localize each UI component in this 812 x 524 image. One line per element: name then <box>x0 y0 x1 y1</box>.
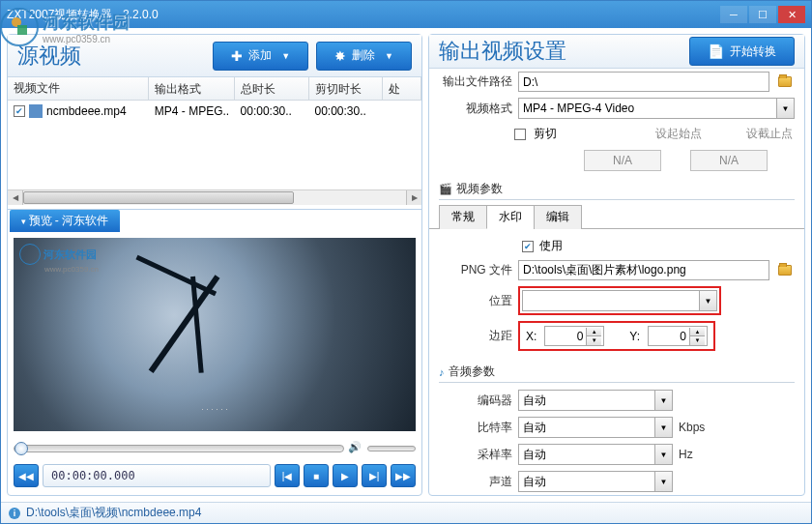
use-watermark-checkbox[interactable]: ✔ <box>522 241 534 252</box>
window-title: ZXT2007视频转换器 - 2.2.0.0 <box>7 7 720 23</box>
music-note-icon: ♪ <box>439 366 445 378</box>
video-params-label: 视频参数 <box>456 181 503 197</box>
png-file-label: PNG 文件 <box>439 262 512 278</box>
margin-label: 边距 <box>439 328 512 344</box>
row-checkbox[interactable]: ✔ <box>14 105 25 117</box>
maximize-button[interactable]: ☐ <box>749 6 776 23</box>
margin-y-spinner[interactable]: ▲▼ <box>648 326 708 346</box>
scroll-thumb[interactable] <box>23 191 294 204</box>
col-duration[interactable]: 总时长 <box>235 77 309 100</box>
position-highlight: ▼ <box>518 286 721 315</box>
plus-icon: ✚ <box>231 48 243 64</box>
info-icon: i <box>9 508 20 519</box>
channel-label: 声道 <box>439 474 512 490</box>
close-button[interactable]: ✕ <box>778 6 805 23</box>
bitrate-select[interactable]: 自动▼ <box>518 417 673 438</box>
folder-icon <box>778 76 792 87</box>
bitrate-unit: Kbps <box>679 421 708 434</box>
samplerate-label: 采样率 <box>439 447 512 463</box>
chevron-down-icon: ▼ <box>385 51 393 61</box>
png-file-input[interactable] <box>518 260 769 280</box>
trim-start-value: N/A <box>584 150 661 171</box>
scroll-right-arrow[interactable]: ▶ <box>406 190 421 205</box>
tab-watermark[interactable]: 水印 <box>486 205 535 229</box>
file-list[interactable]: ✔ ncmbdeee.mp4 MP4 - MPEG.. 00:00:30.. 0… <box>8 101 421 189</box>
next-button[interactable]: ▶| <box>362 464 387 487</box>
chevron-down-icon: ▼ <box>699 291 716 310</box>
output-title: 输出视频设置 <box>439 37 682 66</box>
file-row[interactable]: ✔ ncmbdeee.mp4 MP4 - MPEG.. 00:00:30.. 0… <box>8 101 421 122</box>
playback-time: 00:00:00.000 <box>43 464 271 487</box>
start-convert-button[interactable]: 📄 开始转换 <box>689 37 795 66</box>
param-tabs: 常规 水印 编辑 <box>429 204 804 229</box>
position-label: 位置 <box>439 293 512 309</box>
trim-end-label: 设截止点 <box>746 126 793 142</box>
encoder-label: 编码器 <box>439 393 512 409</box>
tab-general[interactable]: 常规 <box>439 205 487 229</box>
browse-png-button[interactable] <box>775 261 795 280</box>
statusbar: i D:\tools\桌面\视频\ncmbdeee.mp4 <box>1 502 811 523</box>
col-trim[interactable]: 剪切时长 <box>309 77 384 100</box>
folder-icon <box>778 265 792 276</box>
seek-slider[interactable] <box>14 445 344 452</box>
row-format: MP4 - MPEG.. <box>149 102 235 120</box>
col-format[interactable]: 输出格式 <box>149 77 235 100</box>
titlebar: ZXT2007视频转换器 - 2.2.0.0 ─ ☐ ✕ <box>1 1 811 28</box>
source-title: 源视频 <box>17 42 205 71</box>
remove-button[interactable]: ✸ 删除 ▼ <box>316 42 412 71</box>
samplerate-unit: Hz <box>679 448 708 461</box>
trim-checkbox[interactable] <box>514 129 526 140</box>
channel-select[interactable]: 自动▼ <box>518 471 673 492</box>
rewind-button[interactable]: ◀◀ <box>14 464 39 487</box>
bitrate-label: 比特率 <box>439 420 512 436</box>
preview-tab[interactable]: 预览 - 河东软件 <box>10 210 120 232</box>
margin-y-label: Y: <box>629 330 640 343</box>
col-file[interactable]: 视频文件 <box>8 77 149 100</box>
margin-x-label: X: <box>526 330 536 343</box>
position-select[interactable]: ▼ <box>522 290 717 311</box>
watermark-pane: ✔ 使用 PNG 文件 位置 ▼ 边距 <box>429 229 804 358</box>
tab-edit[interactable]: 编辑 <box>534 205 582 229</box>
film-icon: 🎬 <box>439 183 452 195</box>
minimize-button[interactable]: ─ <box>720 6 747 23</box>
encoder-select[interactable]: 自动▼ <box>518 390 673 411</box>
margin-x-spinner[interactable]: ▲▼ <box>544 326 604 346</box>
use-watermark-label: 使用 <box>539 238 563 254</box>
broom-icon: ✸ <box>334 48 346 64</box>
chevron-down-icon: ▼ <box>776 99 794 118</box>
col-action[interactable]: 处 <box>383 77 421 100</box>
output-panel: 输出视频设置 📄 开始转换 输出文件路径 视频格式 MP4 - MPEG-4 V… <box>428 34 805 496</box>
status-path: D:\tools\桌面\视频\ncmbdeee.mp4 <box>26 505 201 521</box>
video-caption: · · · · · · <box>14 404 416 414</box>
scroll-left-arrow[interactable]: ◀ <box>8 190 23 205</box>
prev-button[interactable]: |◀ <box>275 464 300 487</box>
add-button[interactable]: ✚ 添加 ▼ <box>213 42 308 71</box>
file-list-header: 视频文件 输出格式 总时长 剪切时长 处 <box>8 77 421 101</box>
trim-label: 剪切 <box>534 126 557 142</box>
horizontal-scrollbar[interactable]: ◀ ▶ <box>8 189 421 205</box>
row-trim: 00:00:30.. <box>309 102 384 120</box>
browse-output-button[interactable] <box>775 73 795 92</box>
source-panel: 源视频 ✚ 添加 ▼ ✸ 删除 ▼ 视频文件 输出格式 总时长 剪切时长 处 ✔ <box>7 34 422 496</box>
video-preview[interactable]: 河东软件园 www.pc0359.cn · · · · · · <box>14 238 416 431</box>
forward-button[interactable]: ▶▶ <box>391 464 416 487</box>
play-button[interactable]: ▶ <box>333 464 358 487</box>
trim-end-value: N/A <box>690 150 768 171</box>
video-format-label: 视频格式 <box>439 101 512 117</box>
seek-thumb[interactable] <box>14 442 28 455</box>
samplerate-select[interactable]: 自动▼ <box>518 444 673 465</box>
audio-params-label: 音频参数 <box>449 364 495 380</box>
volume-slider[interactable] <box>367 446 416 451</box>
trim-start-label: 设起始点 <box>655 126 702 142</box>
chevron-down-icon: ▼ <box>281 51 290 61</box>
convert-icon: 📄 <box>708 44 724 59</box>
output-path-label: 输出文件路径 <box>439 73 512 90</box>
output-path-input[interactable] <box>518 72 769 92</box>
margin-highlight: X: ▲▼ Y: ▲▼ <box>518 321 715 351</box>
file-name: ncmbdeee.mp4 <box>46 104 127 118</box>
row-duration: 00:00:30.. <box>235 102 309 120</box>
video-format-select[interactable]: MP4 - MPEG-4 Video ▼ <box>518 98 795 119</box>
stop-button[interactable]: ■ <box>304 464 329 487</box>
volume-icon[interactable]: 🔊 <box>348 441 363 456</box>
video-file-icon <box>29 104 43 118</box>
